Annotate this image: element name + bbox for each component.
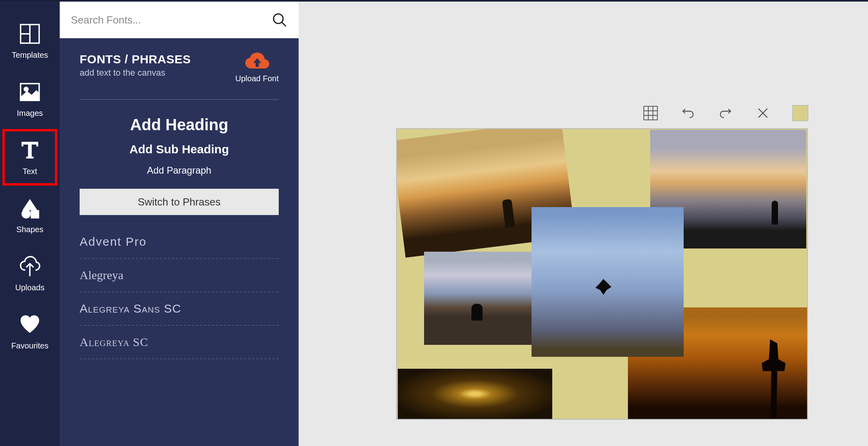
upload-cloud-icon xyxy=(244,53,270,72)
font-item-alegreya[interactable]: Alegreya xyxy=(80,259,279,292)
redo-icon[interactable] xyxy=(717,105,733,121)
nav-label: Images xyxy=(17,109,43,118)
svg-line-8 xyxy=(282,22,286,26)
nav-item-favourites[interactable]: Favourites xyxy=(2,303,57,360)
svg-point-4 xyxy=(24,87,28,91)
font-item-advent-pro[interactable]: Advent Pro xyxy=(80,231,279,259)
close-icon[interactable] xyxy=(755,105,771,121)
font-item-alegreya-sc[interactable]: Alegreya SC xyxy=(80,326,279,359)
grid-icon[interactable] xyxy=(643,105,659,121)
upload-font-button[interactable]: Upload Font xyxy=(235,53,279,83)
search-icon[interactable] xyxy=(272,12,287,28)
nav-label: Favourites xyxy=(11,341,48,350)
undo-icon[interactable] xyxy=(680,105,696,121)
nav-item-images[interactable]: Images xyxy=(2,71,57,127)
shapes-icon xyxy=(19,197,41,219)
nav-label: Templates xyxy=(12,51,48,60)
nav-sidebar: Templates Images Text xyxy=(0,2,60,446)
panel-subtitle: add text to the canvas xyxy=(80,68,191,78)
canvas-image[interactable] xyxy=(398,369,552,419)
upload-font-label: Upload Font xyxy=(235,74,279,83)
add-subheading-button[interactable]: Add Sub Heading xyxy=(129,143,229,156)
nav-item-templates[interactable]: Templates xyxy=(2,13,57,69)
uploads-icon xyxy=(19,255,41,278)
svg-rect-9 xyxy=(644,106,657,120)
fonts-panel: FONTS / PHRASES add text to the canvas U… xyxy=(60,2,299,446)
canvas-area xyxy=(299,2,868,446)
canvas-toolbar xyxy=(643,105,808,121)
nav-label: Text xyxy=(23,167,37,176)
background-color-swatch[interactable] xyxy=(792,105,808,121)
canvas-image[interactable] xyxy=(532,207,684,357)
canvas-image[interactable] xyxy=(424,252,532,345)
canvas-frame[interactable] xyxy=(396,128,808,420)
search-input[interactable] xyxy=(71,14,272,26)
images-icon xyxy=(19,81,41,103)
text-icon xyxy=(19,139,41,161)
switch-to-phrases-button[interactable]: Switch to Phrases xyxy=(80,189,279,215)
svg-point-7 xyxy=(274,14,283,23)
nav-item-uploads[interactable]: Uploads xyxy=(2,245,57,302)
favourites-icon xyxy=(19,313,41,336)
search-bar xyxy=(60,2,299,38)
svg-rect-6 xyxy=(31,210,39,218)
nav-item-text[interactable]: Text xyxy=(2,129,57,186)
font-list: Advent Pro Alegreya Alegreya Sans SC Ale… xyxy=(60,215,299,359)
panel-divider xyxy=(80,99,279,100)
add-paragraph-button[interactable]: Add Paragraph xyxy=(147,165,211,176)
nav-item-shapes[interactable]: Shapes xyxy=(2,187,57,244)
templates-icon xyxy=(19,23,41,45)
svg-point-5 xyxy=(22,209,31,218)
nav-label: Uploads xyxy=(15,283,44,292)
panel-title: FONTS / PHRASES xyxy=(80,53,191,66)
font-item-alegreya-sans-sc[interactable]: Alegreya Sans SC xyxy=(80,292,279,326)
nav-label: Shapes xyxy=(16,225,43,234)
add-heading-button[interactable]: Add Heading xyxy=(130,116,229,134)
